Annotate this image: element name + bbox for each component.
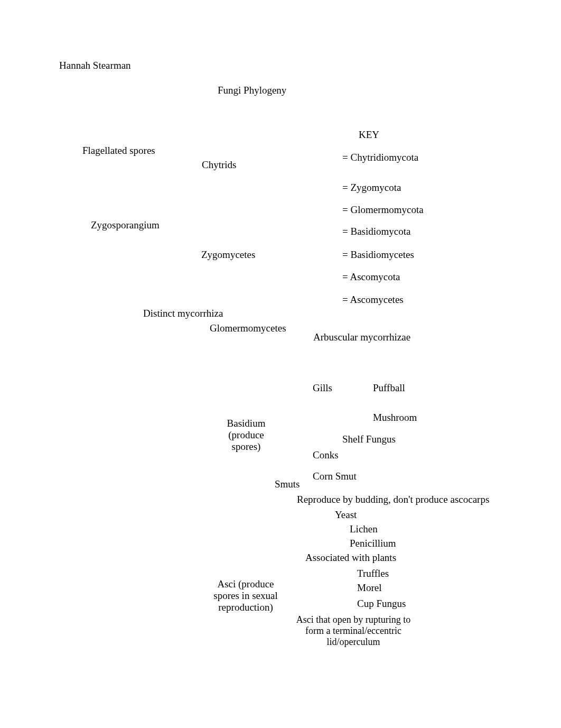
node-asci: Asci (produce spores in sexual reproduct…: [211, 578, 280, 613]
key-item-zygomycota: = Zygomycota: [342, 182, 401, 193]
key-item-ascomycota: = Ascomycota: [342, 271, 400, 283]
key-item-basidiomycota: = Basidiomycota: [342, 226, 410, 237]
node-conks: Conks: [313, 449, 339, 461]
node-budding-note: Reproduce by budding, don't produce asco…: [297, 494, 489, 505]
node-truffles: Truffles: [357, 568, 389, 579]
node-flagellated-spores: Flagellated spores: [82, 145, 155, 156]
node-penicillium: Penicillium: [350, 538, 396, 549]
node-cup-fungus: Cup Fungus: [357, 598, 406, 610]
node-shelf-fungus: Shelf Fungus: [342, 434, 396, 445]
node-asci-note: Asci that open by rupturing to form a te…: [290, 614, 417, 648]
node-zygosporangium: Zygosporangium: [91, 219, 160, 231]
node-puffball: Puffball: [373, 382, 405, 394]
key-item-chytridiomycota: = Chytridiomycota: [342, 152, 418, 163]
node-lichen: Lichen: [350, 523, 378, 535]
node-associated-with-plants: Associated with plants: [305, 552, 396, 564]
node-smuts: Smuts: [275, 478, 300, 490]
node-distinct-mycorrhiza: Distinct mycorrhiza: [143, 308, 223, 319]
node-zygomycetes: Zygomycetes: [201, 249, 255, 261]
key-item-ascomycetes: = Ascomycetes: [342, 294, 404, 306]
node-morel: Morel: [357, 582, 381, 594]
node-corn-smut: Corn Smut: [313, 471, 357, 482]
author-name: Hannah Stearman: [59, 60, 131, 71]
node-gills: Gills: [313, 382, 332, 394]
node-chytrids: Chytrids: [202, 159, 236, 171]
key-item-basidiomycetes: = Basidiomycetes: [342, 249, 414, 261]
node-glomermomycetes: Glomermomycetes: [210, 322, 286, 334]
key-item-glomermomycota: = Glomermomycota: [342, 204, 424, 216]
page-title: Fungi Phylogeny: [218, 85, 286, 96]
node-basidium: Basidium (produce spores): [225, 418, 267, 453]
node-arbuscular-mycorrhizae: Arbuscular mycorrhizae: [313, 331, 410, 343]
key-heading: KEY: [359, 129, 379, 141]
node-yeast: Yeast: [335, 509, 357, 521]
node-mushroom: Mushroom: [373, 412, 417, 423]
